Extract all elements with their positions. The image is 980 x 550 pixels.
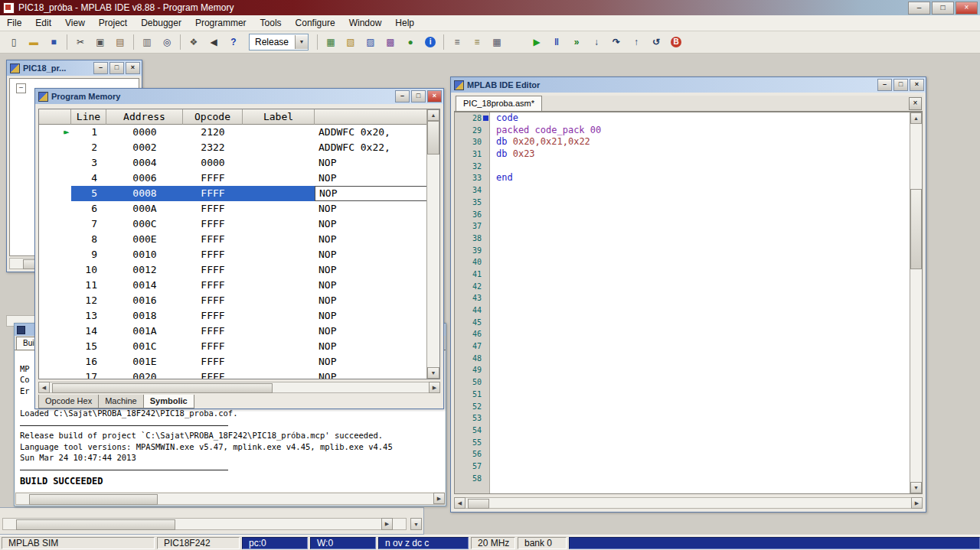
scroll-down-icon[interactable]: ▼: [427, 367, 439, 379]
editor-line[interactable]: 56: [455, 448, 910, 461]
column-header-blank[interactable]: [315, 109, 439, 125]
make-button[interactable]: ●: [400, 33, 420, 52]
scrollbar-trough[interactable]: [454, 497, 923, 509]
open-project-button[interactable]: ▧: [341, 33, 361, 52]
grid-button[interactable]: ▦: [487, 33, 507, 52]
table-row[interactable]: 90010FFFFNOP: [39, 247, 427, 262]
tab-source-file[interactable]: PIC_18proba.asm*: [456, 96, 542, 111]
editor-title-bar[interactable]: MPLAB IDE Editor – □ ×: [451, 77, 926, 93]
horizontal-scrollbar[interactable]: ◀ ▶: [38, 382, 440, 393]
code-text[interactable]: [490, 389, 910, 401]
editor-line[interactable]: 29packed code_pack 00: [455, 125, 910, 137]
menu-view[interactable]: View: [58, 15, 92, 31]
editor-line[interactable]: 39: [455, 245, 910, 257]
minimize-button[interactable]: –: [93, 62, 108, 74]
editor-line[interactable]: 33end: [455, 172, 910, 184]
column-header-opcode[interactable]: Opcode: [183, 109, 243, 125]
code-text[interactable]: [490, 304, 910, 317]
editor-line[interactable]: 42: [455, 281, 910, 293]
close-tab-icon[interactable]: ×: [909, 97, 922, 110]
chevron-down-icon[interactable]: ▼: [295, 35, 308, 49]
vertical-scrollbar[interactable]: ▲ ▼: [910, 112, 922, 493]
code-text[interactable]: [490, 245, 910, 257]
code-text[interactable]: [490, 268, 910, 281]
scroll-down-icon[interactable]: ▼: [910, 482, 922, 493]
minimize-button[interactable]: –: [877, 79, 892, 91]
editor-line[interactable]: 53: [455, 412, 910, 425]
run-button[interactable]: ▶: [527, 33, 547, 52]
minimize-button[interactable]: –: [908, 2, 930, 15]
code-text[interactable]: end: [490, 172, 910, 184]
code-text[interactable]: code: [490, 112, 910, 125]
output-horizontal-scrollbar[interactable]: ◀ ▶: [15, 493, 445, 505]
code-text[interactable]: db 0x20,0x21,0x22: [490, 136, 910, 148]
close-button[interactable]: ×: [126, 62, 140, 74]
scroll-right-icon[interactable]: ▶: [433, 493, 445, 504]
editor-line[interactable]: 41: [455, 268, 910, 281]
code-text[interactable]: [490, 256, 910, 268]
code-text[interactable]: [490, 292, 910, 304]
save-workspace-button[interactable]: ▨: [361, 33, 381, 52]
scrollbar-trough[interactable]: [2, 518, 407, 530]
horizontal-scrollbar[interactable]: ◀ ▶: [454, 497, 923, 509]
table-row[interactable]: 40006FFFFNOP: [39, 171, 427, 186]
tab-machine[interactable]: Machine: [98, 395, 144, 408]
editor-line[interactable]: 35: [455, 197, 910, 209]
close-button[interactable]: ×: [427, 90, 442, 103]
menu-debugger[interactable]: Debugger: [134, 15, 188, 31]
menu-tools[interactable]: Tools: [253, 15, 289, 31]
editor-line[interactable]: 48: [455, 353, 910, 365]
code-text[interactable]: [490, 376, 910, 389]
scrollbar-thumb[interactable]: [468, 499, 489, 509]
scrollbar-thumb[interactable]: [52, 383, 273, 393]
table-row[interactable]: 110014FFFFNOP: [39, 278, 427, 293]
code-text[interactable]: [490, 364, 910, 376]
editor-line[interactable]: 55: [455, 437, 910, 449]
tree-expander-icon[interactable]: –: [16, 83, 26, 93]
editor-line[interactable]: 40: [455, 256, 910, 268]
table-row[interactable]: 120016FFFFNOP: [39, 293, 427, 308]
print-button[interactable]: ▥: [137, 33, 157, 52]
code-text[interactable]: [490, 437, 910, 449]
new-file-button[interactable]: ▯: [4, 33, 24, 52]
editor-line[interactable]: 51: [455, 389, 910, 401]
new-project-button[interactable]: ▦: [321, 33, 341, 52]
code-text[interactable]: [490, 401, 910, 413]
step-into-button[interactable]: ↓: [586, 33, 606, 52]
main-title-bar[interactable]: PIC18_próba - MPLAB IDE v8.88 - Program …: [0, 0, 980, 15]
editor-line[interactable]: 58: [455, 473, 910, 485]
scroll-right-icon[interactable]: ▶: [429, 382, 440, 393]
scrollbar-thumb[interactable]: [910, 189, 922, 269]
info-button[interactable]: i: [420, 33, 440, 52]
column-header-blank[interactable]: [39, 109, 71, 125]
code-text[interactable]: [490, 161, 910, 173]
table-row[interactable]: 6000AFFFFNOP: [39, 201, 427, 216]
table-row[interactable]: 8000EFFFFNOP: [39, 232, 427, 247]
editor-line[interactable]: 54: [455, 425, 910, 437]
column-header-address[interactable]: Address: [106, 109, 183, 125]
scrollbar-trough[interactable]: [15, 493, 445, 505]
scrollbar-thumb[interactable]: [427, 121, 439, 155]
vertical-scrollbar[interactable]: ▲ ▼: [426, 109, 439, 379]
scroll-right-icon[interactable]: ▶: [381, 518, 393, 530]
code-text[interactable]: [490, 461, 910, 473]
menu-edit[interactable]: Edit: [28, 15, 58, 31]
table-row[interactable]: 14001AFFFFNOP: [39, 324, 427, 339]
code-text[interactable]: [490, 425, 910, 437]
paste-button[interactable]: ▤: [110, 33, 130, 52]
tasks-button[interactable]: ≡: [467, 33, 487, 52]
table-row[interactable]: 50008FFFFNOP: [39, 186, 427, 201]
code-text[interactable]: packed code_pack 00: [490, 125, 910, 137]
menu-window[interactable]: Window: [342, 15, 389, 31]
code-text[interactable]: [490, 233, 910, 245]
menu-project[interactable]: Project: [92, 15, 134, 31]
editor-line[interactable]: 57: [455, 461, 910, 473]
maximize-button[interactable]: □: [893, 79, 908, 91]
halt-button[interactable]: ‖: [547, 33, 567, 52]
menu-file[interactable]: File: [0, 15, 28, 31]
table-row[interactable]: 7000CFFFFNOP: [39, 216, 427, 232]
scroll-left-icon[interactable]: ◀: [454, 497, 466, 509]
reset-button[interactable]: ↺: [646, 33, 666, 52]
maximize-button[interactable]: □: [109, 62, 124, 74]
editor-line[interactable]: 47: [455, 340, 910, 353]
